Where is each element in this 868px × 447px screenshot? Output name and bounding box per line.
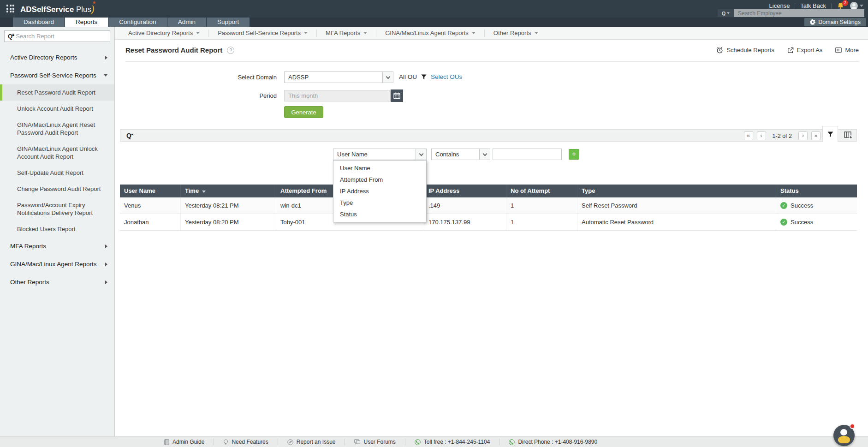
book-icon — [164, 439, 169, 445]
last-page-button[interactable]: » — [811, 131, 820, 140]
schedule-reports-button[interactable]: Schedule Reports — [716, 47, 774, 54]
chevron-down-icon — [416, 149, 426, 160]
sidebar-group-other-reports[interactable]: Other Reports — [0, 273, 114, 291]
filter-operator-value: Contains — [432, 151, 479, 158]
grid-search-icon[interactable]: Q — [126, 132, 131, 139]
dropdown-option-attempted-from[interactable]: Attempted From — [333, 174, 426, 185]
user-menu[interactable] — [850, 2, 863, 10]
logo-swoosh-icon: ) — [91, 4, 95, 14]
column-header-no-of-attempt[interactable]: No of Attempt — [506, 185, 577, 197]
cell-status: ✓ Success — [776, 214, 857, 230]
dropdown-option-status[interactable]: Status — [333, 209, 426, 220]
group-label: Other Reports — [10, 279, 49, 286]
column-header-status[interactable]: Status — [776, 185, 857, 197]
cell-time: Yesterday 08:20 PM — [181, 214, 276, 230]
nav-active-directory-reports[interactable]: Active Directory Reports — [119, 30, 209, 37]
admin-guide-link[interactable]: Admin Guide — [155, 439, 214, 445]
filter-value-input[interactable] — [493, 149, 562, 160]
sidebar-item-reset-password-audit-report[interactable]: Reset Password Audit Report — [0, 84, 114, 101]
nav-password-self-service-reports[interactable]: Password Self-Service Reports — [209, 30, 317, 37]
export-as-label: Export As — [797, 47, 823, 54]
filter-operator-select[interactable]: Contains — [431, 149, 490, 160]
success-check-icon: ✓ — [780, 202, 787, 209]
column-chooser-button[interactable] — [844, 131, 853, 139]
select-ous-link[interactable]: Select OUs — [431, 73, 462, 80]
tab-admin[interactable]: Admin — [167, 18, 207, 27]
add-filter-button[interactable]: + — [569, 149, 579, 160]
domain-select-value: ADSSP — [285, 74, 382, 81]
chat-person-body — [838, 436, 850, 443]
live-chat-widget[interactable] — [833, 425, 855, 446]
help-icon[interactable]: ? — [227, 47, 234, 54]
sidebar-item-change-password-audit-report[interactable]: Change Password Audit Report — [0, 181, 114, 197]
all-ou-label: All OU — [399, 73, 417, 80]
calendar-icon[interactable] — [391, 89, 403, 102]
topbar-right-links: License Talk Back 2 — [769, 2, 863, 10]
export-icon — [787, 47, 794, 54]
notification-count-badge: 2 — [842, 0, 848, 6]
column-header-ip-address[interactable]: IP Address — [424, 185, 506, 197]
sidebar-group-mfa-reports[interactable]: MFA Reports — [0, 237, 114, 255]
user-forums-link[interactable]: User Forums — [345, 439, 405, 445]
filter-toggle-button[interactable] — [822, 126, 838, 142]
apps-grid-icon[interactable] — [6, 5, 16, 14]
generate-button[interactable]: Generate — [284, 106, 323, 118]
column-label: Time — [185, 187, 199, 194]
more-button[interactable]: More — [835, 47, 859, 54]
employee-search-input[interactable] — [734, 9, 864, 17]
sidebar-group-gina-mac-linux-agent-reports[interactable]: GINA/Mac/Linux Agent Reports — [0, 255, 114, 273]
dropdown-option-type[interactable]: Type — [333, 197, 426, 209]
report-an-issue-link[interactable]: Report an Issue — [278, 439, 345, 445]
domain-select[interactable]: ADSSP — [284, 72, 393, 83]
sidebar-item-gina-reset-password-audit-report[interactable]: GINA/Mac/Linux Agent Reset Password Audi… — [0, 117, 114, 141]
direct-phone[interactable]: Direct Phone : +1-408-916-9890 — [499, 439, 606, 445]
table-row[interactable]: Venus Yesterday 08:21 PM win-dc1 .149 1 … — [120, 197, 857, 214]
next-page-button[interactable]: › — [798, 131, 808, 140]
notifications-bell-icon[interactable]: 2 — [837, 2, 845, 10]
domain-settings-button[interactable]: Domain Settings — [804, 18, 866, 26]
grid-toolbar: Q « ‹ 1-2 of 2 › » — [120, 129, 857, 142]
nav-label: Other Reports — [493, 30, 531, 36]
ou-filter-icon[interactable] — [421, 74, 427, 80]
chevron-right-icon — [105, 244, 107, 248]
filter-field-select[interactable]: User Name — [333, 149, 427, 160]
chevron-down-icon — [472, 32, 476, 34]
tab-reports[interactable]: Reports — [65, 18, 108, 27]
nav-other-reports[interactable]: Other Reports — [485, 30, 547, 37]
period-input[interactable] — [284, 90, 391, 101]
talk-back-link[interactable]: Talk Back — [800, 2, 826, 9]
export-as-button[interactable]: Export As — [787, 47, 823, 54]
column-header-user-name[interactable]: User Name — [120, 185, 181, 197]
sidebar-item-unlock-account-audit-report[interactable]: Unlock Account Audit Report — [0, 101, 114, 117]
license-link[interactable]: License — [769, 2, 790, 9]
search-icon[interactable]: Q — [718, 9, 734, 17]
phone-icon — [509, 439, 515, 445]
sidebar-item-gina-unlock-account-audit-report[interactable]: GINA/Mac/Linux Agent Unlock Account Audi… — [0, 141, 114, 165]
column-header-time[interactable]: Time — [181, 185, 276, 197]
dropdown-option-ip-address[interactable]: IP Address — [333, 185, 426, 197]
sidebar-group-active-directory-reports[interactable]: Active Directory Reports — [0, 48, 114, 66]
report-search-input[interactable] — [16, 33, 107, 40]
search-icon: Q — [8, 33, 12, 39]
need-features-link[interactable]: Need Features — [214, 439, 278, 445]
dropdown-option-user-name[interactable]: User Name — [333, 162, 426, 174]
nav-mfa-reports[interactable]: MFA Reports — [317, 30, 376, 37]
group-label: Active Directory Reports — [10, 54, 77, 61]
column-header-type[interactable]: Type — [577, 185, 776, 197]
tab-configuration[interactable]: Configuration — [108, 18, 167, 27]
sidebar-item-self-update-audit-report[interactable]: Self-Update Audit Report — [0, 165, 114, 181]
toll-free-phone[interactable]: Toll free : +1-844-245-1104 — [405, 439, 500, 445]
tab-support[interactable]: Support — [207, 18, 250, 27]
table-row[interactable]: Jonathan Yesterday 08:20 PM Toby-001 170… — [120, 214, 857, 231]
first-page-button[interactable]: « — [744, 131, 753, 140]
cell-status: ✓ Success — [776, 197, 857, 214]
chevron-down-icon — [304, 32, 308, 34]
prev-page-button[interactable]: ‹ — [757, 131, 766, 140]
more-label: More — [845, 47, 859, 54]
sidebar-item-password-account-expiry-notifications-delivery-report[interactable]: Password/Account Expiry Notifications De… — [0, 197, 114, 221]
sidebar-group-password-self-service-reports[interactable]: Password Self-Service Reports — [0, 66, 114, 84]
tab-dashboard[interactable]: Dashboard — [13, 18, 65, 27]
nav-gina-mac-linux-agent-reports[interactable]: GINA/Mac/Linux Agent Reports — [376, 30, 485, 37]
sidebar-item-blocked-users-report[interactable]: Blocked Users Report — [0, 221, 114, 237]
chevron-right-icon — [105, 56, 107, 60]
